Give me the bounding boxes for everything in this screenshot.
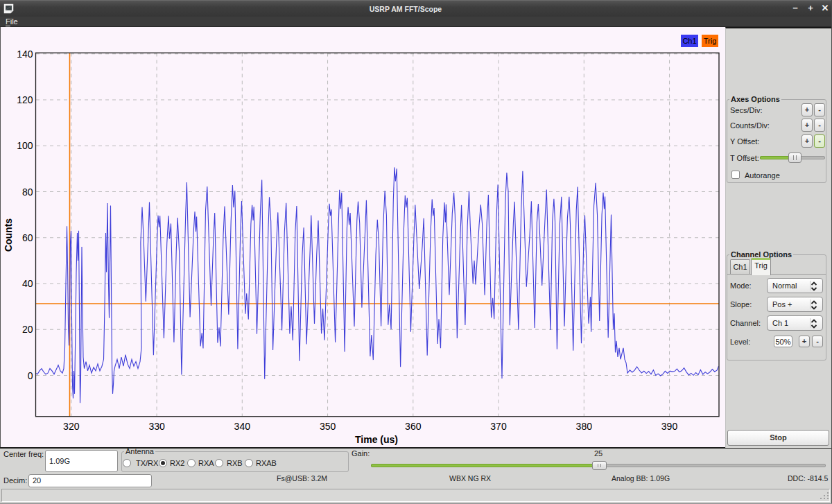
svg-text:140: 140	[17, 49, 33, 60]
svg-text:Time (us): Time (us)	[355, 434, 398, 445]
svg-text:390: 390	[661, 421, 678, 432]
svg-text:120: 120	[17, 94, 33, 105]
svg-text:60: 60	[22, 232, 33, 243]
svg-text:330: 330	[148, 421, 165, 432]
svg-text:20: 20	[22, 324, 33, 335]
svg-text:350: 350	[320, 421, 336, 432]
svg-text:320: 320	[63, 421, 80, 432]
svg-text:Counts: Counts	[3, 218, 14, 252]
svg-text:370: 370	[490, 421, 507, 432]
svg-text:0: 0	[28, 370, 33, 381]
svg-text:40: 40	[22, 278, 33, 289]
svg-text:360: 360	[405, 421, 422, 432]
svg-text:380: 380	[576, 421, 593, 432]
svg-text:340: 340	[234, 421, 251, 432]
svg-text:80: 80	[22, 186, 33, 198]
svg-text:100: 100	[17, 140, 33, 151]
